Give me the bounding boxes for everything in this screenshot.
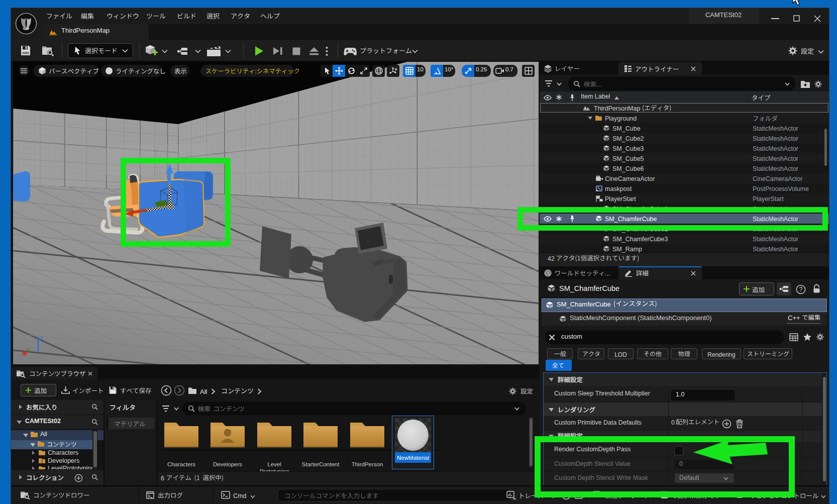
svg-text:z: z (40, 335, 43, 341)
svg-text:?: ? (799, 286, 803, 293)
